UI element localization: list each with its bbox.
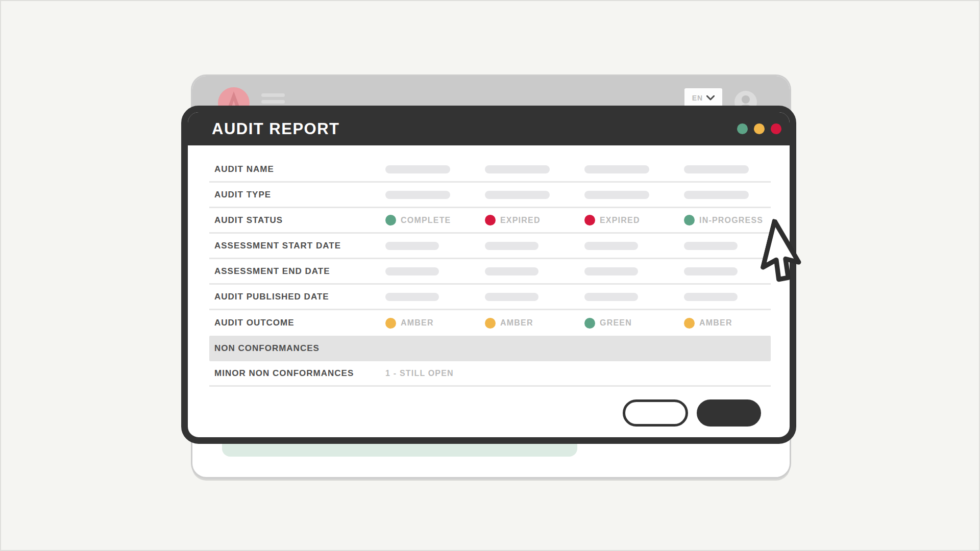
row-cell bbox=[385, 165, 485, 173]
row-cell bbox=[684, 191, 749, 199]
table-row: AUDIT OUTCOMEAMBERAMBERGREENAMBER bbox=[209, 310, 771, 336]
placeholder-pill bbox=[684, 191, 749, 199]
placeholder-pill bbox=[385, 191, 450, 199]
row-cell bbox=[684, 267, 738, 276]
row-label: ASSESSMENT START DATE bbox=[209, 241, 385, 251]
row-label: AUDIT NAME bbox=[209, 164, 385, 174]
audit-report-modal: AUDIT REPORT AUDIT NAMEAUDIT TYPEAUDIT S… bbox=[181, 106, 796, 444]
row-cell bbox=[584, 165, 684, 173]
audit-report-table: AUDIT NAMEAUDIT TYPEAUDIT STATUSCOMPLETE… bbox=[209, 157, 771, 387]
status-label: COMPLETE bbox=[401, 216, 451, 225]
row-label: AUDIT PUBLISHED DATE bbox=[209, 292, 385, 302]
row-cell bbox=[485, 293, 584, 301]
status-dot-red bbox=[485, 215, 496, 226]
placeholder-pill bbox=[485, 293, 538, 301]
status-dot-amber bbox=[485, 318, 496, 329]
row-cell: EXPIRED bbox=[584, 215, 684, 226]
status-dot-green bbox=[684, 215, 695, 226]
status-dot-green bbox=[385, 215, 396, 226]
modal-title: AUDIT REPORT bbox=[212, 120, 340, 138]
placeholder-pill bbox=[385, 165, 450, 173]
row-cell: AMBER bbox=[485, 318, 584, 329]
placeholder-pill bbox=[684, 267, 738, 276]
placeholder-pill bbox=[584, 267, 638, 276]
window-controls bbox=[737, 123, 781, 134]
placeholder-pill bbox=[385, 293, 439, 301]
status-label: GREEN bbox=[600, 318, 632, 328]
row-cell: AMBER bbox=[684, 318, 732, 329]
row-cell bbox=[584, 267, 684, 276]
placeholder-pill bbox=[385, 242, 439, 250]
placeholder-pill bbox=[485, 242, 538, 250]
table-row: AUDIT TYPE bbox=[209, 183, 771, 208]
row-cell bbox=[684, 165, 749, 173]
row-cell bbox=[385, 242, 485, 250]
row-label: MINOR NON CONFORMANCES bbox=[209, 368, 385, 379]
placeholder-pill bbox=[485, 191, 550, 199]
row-cell: COMPLETE bbox=[385, 215, 485, 226]
row-cell bbox=[485, 267, 584, 276]
status-label: EXPIRED bbox=[600, 216, 640, 225]
page-background: EN AUDIT REPORT AUDIT NAMEAUDIT TYPEAUDI… bbox=[0, 0, 980, 551]
status-dot-green bbox=[584, 318, 595, 329]
placeholder-pill bbox=[485, 165, 550, 173]
status-label: IN-PROGRESS bbox=[699, 216, 763, 225]
row-cell bbox=[684, 242, 738, 250]
row-cell: GREEN bbox=[584, 318, 684, 329]
table-row: MINOR NON CONFORMANCES1 - STILL OPEN bbox=[209, 361, 771, 387]
row-cell bbox=[684, 293, 738, 301]
table-row: NON CONFORMANCES bbox=[209, 336, 771, 361]
row-cell: 1 - STILL OPEN bbox=[385, 369, 454, 378]
row-cell bbox=[385, 191, 485, 199]
row-cell bbox=[584, 242, 684, 250]
placeholder-pill bbox=[485, 267, 538, 276]
row-cell bbox=[385, 267, 485, 276]
placeholder-pill bbox=[584, 191, 649, 199]
placeholder-pill bbox=[385, 267, 439, 276]
table-row: ASSESSMENT START DATE bbox=[209, 234, 771, 259]
table-row: ASSESSMENT END DATE bbox=[209, 259, 771, 285]
row-cell bbox=[485, 165, 584, 173]
status-dot-red bbox=[584, 215, 595, 226]
row-label: NON CONFORMANCES bbox=[209, 343, 385, 354]
status-label: AMBER bbox=[500, 318, 533, 328]
table-row: AUDIT NAME bbox=[209, 157, 771, 183]
window-control-amber-icon[interactable] bbox=[754, 123, 765, 134]
status-label: AMBER bbox=[699, 318, 732, 328]
row-cell: AMBER bbox=[385, 318, 485, 329]
row-label: AUDIT TYPE bbox=[209, 190, 385, 200]
placeholder-pill bbox=[584, 242, 638, 250]
modal-title-bar: AUDIT REPORT bbox=[188, 112, 790, 145]
status-label: EXPIRED bbox=[500, 216, 541, 225]
row-cell bbox=[485, 191, 584, 199]
table-row: AUDIT STATUSCOMPLETEEXPIREDEXPIREDIN-PRO… bbox=[209, 208, 771, 234]
window-control-red-icon[interactable] bbox=[771, 123, 781, 134]
secondary-button[interactable] bbox=[623, 399, 688, 427]
row-cell bbox=[584, 191, 684, 199]
menu-icon[interactable] bbox=[261, 93, 285, 107]
status-label: AMBER bbox=[401, 318, 434, 328]
row-cell: IN-PROGRESS bbox=[684, 215, 763, 226]
row-cell bbox=[485, 242, 584, 250]
row-cell bbox=[584, 293, 684, 301]
row-value: 1 - STILL OPEN bbox=[385, 369, 454, 378]
language-value: EN bbox=[692, 94, 703, 102]
placeholder-pill bbox=[684, 242, 738, 250]
row-cell: EXPIRED bbox=[485, 215, 584, 226]
placeholder-pill bbox=[684, 165, 749, 173]
status-dot-amber bbox=[385, 318, 396, 329]
table-row: AUDIT PUBLISHED DATE bbox=[209, 285, 771, 310]
placeholder-pill bbox=[584, 293, 638, 301]
chevron-down-icon bbox=[706, 95, 715, 101]
status-dot-amber bbox=[684, 318, 695, 329]
row-label: AUDIT STATUS bbox=[209, 215, 385, 226]
placeholder-pill bbox=[584, 165, 649, 173]
placeholder-pill bbox=[684, 293, 738, 301]
window-control-green-icon[interactable] bbox=[737, 123, 748, 134]
modal-footer-buttons bbox=[623, 399, 761, 427]
primary-button[interactable] bbox=[697, 399, 761, 427]
language-dropdown[interactable]: EN bbox=[684, 88, 722, 108]
row-cell bbox=[385, 293, 485, 301]
row-label: ASSESSMENT END DATE bbox=[209, 266, 385, 277]
row-label: AUDIT OUTCOME bbox=[209, 318, 385, 328]
